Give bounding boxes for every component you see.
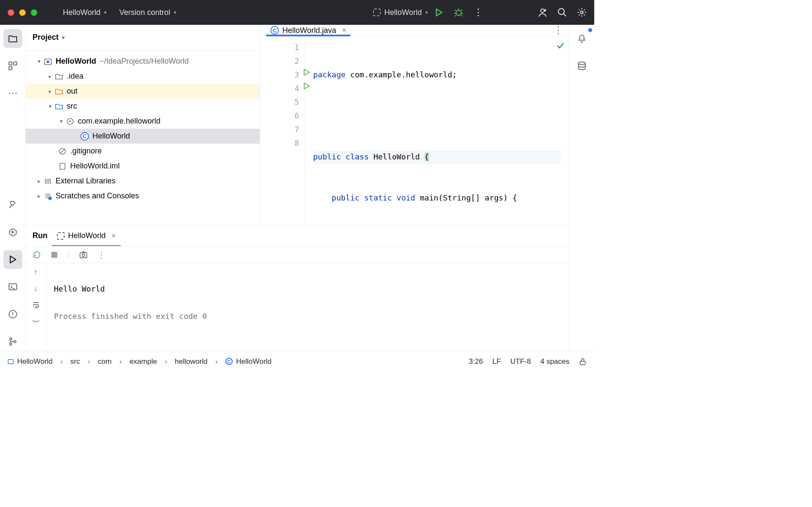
more-actions-icon[interactable]: ⋮ [97,250,106,260]
chevron-right-icon[interactable]: ▸ [35,193,43,199]
console-exit-line: Process finished with exit code 0 [54,312,207,321]
close-tab-icon[interactable]: × [342,27,346,34]
chevron-down-icon[interactable]: ▾ [57,118,65,124]
svg-rect-6 [9,67,12,70]
run-tool-title: Run [33,231,47,240]
tree-row-package[interactable]: ▾ com.example.helloworld [26,114,260,129]
down-arrow-icon[interactable]: ↓ [34,284,38,293]
tree-row-out[interactable]: ▸ out [26,84,260,99]
svg-point-11 [9,343,12,345]
right-tool-stripe [569,25,594,351]
application-icon [373,9,381,16]
line-separator[interactable]: LF [492,357,501,366]
left-tool-stripe: ⋯ [0,25,25,351]
problems-tool-button[interactable] [3,305,22,324]
project-root-path: ~/IdeaProjects/HelloWorld [100,57,189,66]
search-icon[interactable] [557,8,567,17]
editor-tab[interactable]: C HelloWorld.java × [266,25,350,36]
tree-row-iml[interactable]: HelloWorld.iml [26,159,260,174]
project-dropdown[interactable]: HelloWorld ▾ [63,8,107,17]
screenshot-button[interactable] [79,251,88,259]
minimize-window-button[interactable] [19,9,26,16]
project-tree: ▾ HelloWorld ~/IdeaProjects/HelloWorld ▸… [26,50,260,225]
file-encoding[interactable]: UTF-8 [510,357,531,366]
inspection-ok-icon[interactable] [556,41,565,50]
excluded-folder-icon [54,88,64,95]
folder-icon [54,73,64,80]
soft-wrap-icon[interactable] [32,301,40,309]
crumb-item[interactable]: src [71,357,80,366]
build-tool-button[interactable] [3,195,22,214]
project-pane-header[interactable]: Project ▾ [26,25,260,50]
editor-tab-menu-icon[interactable]: ⋮ [554,25,563,36]
project-tool-button[interactable] [3,29,22,48]
tree-label: .gitignore [70,147,102,156]
run-gutter-icon[interactable] [303,83,310,89]
crumb-item[interactable]: HelloWorld [236,357,272,366]
crumb-item[interactable]: com [98,357,112,366]
readonly-toggle-icon[interactable] [579,358,587,366]
crumb-item[interactable]: example [130,357,157,366]
settings-icon[interactable] [577,8,587,17]
console-output[interactable]: Hello World Process finished with exit c… [46,263,569,351]
terminal-tool-button[interactable] [3,277,22,296]
tree-label: .idea [67,72,83,81]
git-tool-button[interactable] [3,332,22,351]
module-icon [8,359,14,365]
chevron-right-icon[interactable]: ▸ [46,73,54,80]
editor-tab-label: HelloWorld.java [282,26,336,35]
run-side-actions: ↑ ↓ ⟩ [26,263,46,351]
structure-tool-button[interactable] [3,56,22,75]
code-editor[interactable]: 1 2 3 4 5 6 7 8 package com.example.hell… [260,36,569,225]
tree-row-project-root[interactable]: ▾ HelloWorld ~/IdeaProjects/HelloWorld [26,54,260,69]
maximize-window-button[interactable] [31,9,37,16]
vcs-dropdown[interactable]: Version control ▾ [119,8,176,17]
tree-row-src[interactable]: ▾ src [26,99,260,114]
services-tool-button[interactable] [3,223,22,242]
svg-point-1 [541,9,544,12]
more-tools-icon[interactable]: ⋯ [3,84,22,103]
run-gutter-icon[interactable] [303,69,310,76]
close-tab-icon[interactable]: × [112,232,116,240]
tree-row-class-selected[interactable]: C HelloWorld [26,129,260,144]
stop-button[interactable] [50,251,58,259]
run-button[interactable] [434,8,444,17]
tree-row-scratches[interactable]: ▸ Scratches and Consoles [26,189,260,203]
chevron-right-icon: › [88,357,90,366]
project-tree-pane: Project ▾ ▾ HelloWorld ~/IdeaProjects/He… [26,25,260,225]
run-tool-window: Run HelloWorld × | ⋮ ↑ ↓ ⟩ [26,225,569,351]
indent-settings[interactable]: 4 spaces [540,357,569,366]
tree-row-gitignore[interactable]: .gitignore [26,144,260,159]
code-with-me-icon[interactable] [538,8,547,17]
editor-pane: C HelloWorld.java × ⋮ 1 2 3 4 5 6 7 [260,25,569,225]
more-actions-icon[interactable]: ⋮ [474,8,483,17]
chevron-right-icon[interactable]: ▸ [46,88,54,94]
svg-rect-21 [80,253,87,258]
close-window-button[interactable] [8,9,14,16]
run-config-selector[interactable]: HelloWorld ▾ [373,8,428,17]
scroll-to-end-icon[interactable]: ⟩ [31,320,41,323]
tree-row-external-libs[interactable]: ▸ External Libraries [26,174,260,189]
chevron-right-icon[interactable]: ▸ [35,178,43,184]
tree-row-idea[interactable]: ▸ .idea [26,69,260,84]
navigation-breadcrumb: HelloWorld › src › com › example › hello… [8,357,272,366]
class-icon: C [225,358,233,365]
chevron-down-icon[interactable]: ▾ [35,58,43,65]
run-tab-label: HelloWorld [68,231,106,240]
run-tool-button[interactable] [3,250,22,269]
rerun-button[interactable] [33,251,41,259]
source-folder-icon [54,103,64,110]
crumb-item[interactable]: helloworld [175,357,208,366]
database-tool-button[interactable] [572,56,591,75]
cursor-position[interactable]: 3:26 [469,357,483,366]
svg-rect-20 [51,252,57,258]
chevron-down-icon[interactable]: ▾ [46,103,54,109]
notifications-button[interactable] [572,29,591,48]
debug-button[interactable] [454,8,463,17]
up-arrow-icon[interactable]: ↑ [34,268,38,277]
project-pane-title: Project [33,33,59,42]
run-tab[interactable]: HelloWorld × [52,226,121,246]
tree-label: src [67,102,77,111]
crumb-item[interactable]: HelloWorld [17,357,53,366]
svg-point-23 [578,62,585,65]
